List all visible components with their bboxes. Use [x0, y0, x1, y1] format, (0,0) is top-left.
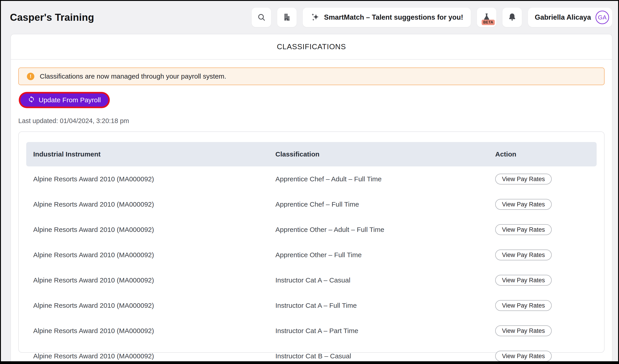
- page-title: CLASSIFICATIONS: [277, 42, 346, 51]
- action-cell: View Pay Rates: [488, 351, 597, 362]
- action-cell: View Pay Rates: [488, 275, 597, 286]
- view-pay-rates-button[interactable]: View Pay Rates: [495, 275, 552, 286]
- classification-cell: Instructor Cat A – Full Time: [268, 302, 488, 309]
- classification-cell: Instructor Cat A – Part Time: [268, 327, 488, 335]
- action-cell: View Pay Rates: [488, 174, 597, 185]
- classification-cell: Apprentice Other – Adult – Full Time: [268, 226, 488, 233]
- table-header-row: Industrial Instrument Classification Act…: [26, 142, 597, 166]
- update-from-payroll-button[interactable]: Update From Payroll: [20, 94, 108, 107]
- smartmatch-button[interactable]: SmartMatch – Talent suggestions for you!: [303, 8, 471, 27]
- industrial-instrument-cell: Alpine Resorts Award 2010 (MA000092): [26, 302, 268, 309]
- industrial-instrument-cell: Alpine Resorts Award 2010 (MA000092): [26, 327, 268, 335]
- search-icon: [257, 13, 266, 22]
- column-header-industrial-instrument: Industrial Instrument: [26, 150, 268, 158]
- top-header: Casper's Training: [1, 1, 618, 34]
- table-row: Alpine Resorts Award 2010 (MA000092) App…: [26, 166, 597, 192]
- notice-text: Classifications are now managed through …: [40, 72, 226, 80]
- card-content: ! Classifications are now managed throug…: [11, 60, 612, 353]
- classification-cell: Apprentice Chef – Adult – Full Time: [268, 175, 488, 183]
- view-pay-rates-button[interactable]: View Pay Rates: [495, 199, 552, 210]
- classification-cell: Instructor Cat A – Casual: [268, 276, 488, 284]
- notifications-button[interactable]: [502, 8, 522, 27]
- industrial-instrument-cell: Alpine Resorts Award 2010 (MA000092): [26, 226, 268, 233]
- view-pay-rates-button[interactable]: View Pay Rates: [495, 351, 552, 362]
- table-row: Alpine Resorts Award 2010 (MA000092) App…: [26, 217, 597, 242]
- action-cell: View Pay Rates: [488, 250, 597, 260]
- update-button-label: Update From Payroll: [39, 96, 101, 104]
- building-icon: [282, 13, 291, 22]
- table-row: Alpine Resorts Award 2010 (MA000092) App…: [26, 192, 597, 217]
- warning-icon: !: [27, 73, 34, 80]
- classifications-table-card: Industrial Instrument Classification Act…: [18, 131, 605, 353]
- column-header-classification: Classification: [268, 150, 488, 158]
- view-pay-rates-button[interactable]: View Pay Rates: [495, 174, 552, 185]
- column-header-action: Action: [488, 150, 597, 158]
- industrial-instrument-cell: Alpine Resorts Award 2010 (MA000092): [26, 175, 268, 183]
- payroll-notice-banner: ! Classifications are now managed throug…: [18, 67, 605, 85]
- avatar: GA: [595, 11, 609, 24]
- industrial-instrument-cell: Alpine Resorts Award 2010 (MA000092): [26, 352, 268, 360]
- action-cell: View Pay Rates: [488, 325, 597, 336]
- user-name: Gabriella Alicaya: [535, 13, 591, 21]
- table-row: Alpine Resorts Award 2010 (MA000092) Ins…: [26, 343, 597, 364]
- bell-icon: [508, 13, 517, 22]
- table-row: Alpine Resorts Award 2010 (MA000092) Ins…: [26, 318, 597, 343]
- action-cell: View Pay Rates: [488, 224, 597, 235]
- classification-cell: Apprentice Other – Full Time: [268, 251, 488, 259]
- labs-button[interactable]: BETA: [477, 8, 496, 27]
- action-cell: View Pay Rates: [488, 300, 597, 311]
- user-menu[interactable]: Gabriella Alicaya GA: [528, 8, 612, 27]
- sync-icon: [28, 96, 35, 105]
- last-updated-text: Last updated: 01/04/2024, 3:20:18 pm: [18, 117, 605, 125]
- table-row: Alpine Resorts Award 2010 (MA000092) Ins…: [26, 268, 597, 293]
- view-pay-rates-button[interactable]: View Pay Rates: [495, 300, 552, 311]
- industrial-instrument-cell: Alpine Resorts Award 2010 (MA000092): [26, 251, 268, 259]
- view-pay-rates-button[interactable]: View Pay Rates: [495, 224, 552, 235]
- header-actions: SmartMatch – Talent suggestions for you!…: [252, 8, 612, 27]
- search-button[interactable]: [252, 8, 271, 27]
- view-pay-rates-button[interactable]: View Pay Rates: [495, 325, 552, 336]
- smartmatch-label: SmartMatch – Talent suggestions for you!: [324, 13, 463, 21]
- classifications-card: CLASSIFICATIONS ! Classifications are no…: [10, 34, 612, 364]
- company-button[interactable]: [277, 8, 297, 27]
- view-pay-rates-button[interactable]: View Pay Rates: [495, 250, 552, 260]
- sparkles-icon: [310, 13, 320, 23]
- classification-cell: Apprentice Chef – Full Time: [268, 201, 488, 208]
- classification-cell: Instructor Cat B – Casual: [268, 352, 488, 360]
- beta-badge: BETA: [482, 20, 495, 25]
- table-row: Alpine Resorts Award 2010 (MA000092) App…: [26, 242, 597, 268]
- industrial-instrument-cell: Alpine Resorts Award 2010 (MA000092): [26, 201, 268, 208]
- app-title: Casper's Training: [10, 12, 94, 23]
- card-titlebar: CLASSIFICATIONS: [11, 34, 612, 60]
- industrial-instrument-cell: Alpine Resorts Award 2010 (MA000092): [26, 276, 268, 284]
- action-cell: View Pay Rates: [488, 199, 597, 210]
- table-body: Alpine Resorts Award 2010 (MA000092) App…: [26, 166, 597, 364]
- table-row: Alpine Resorts Award 2010 (MA000092) Ins…: [26, 293, 597, 318]
